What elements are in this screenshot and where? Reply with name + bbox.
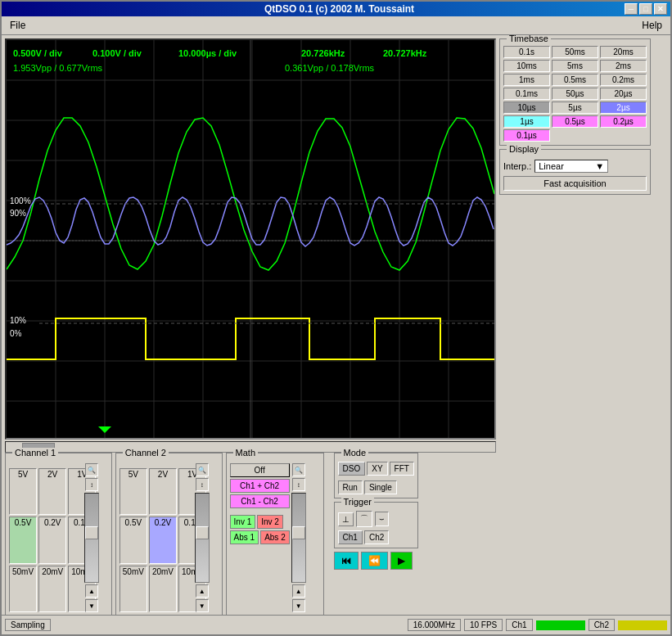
- tb-5us[interactable]: 5µs: [552, 101, 598, 114]
- tb-1ms[interactable]: 1ms: [503, 74, 550, 86]
- ch2-vslider[interactable]: [195, 493, 210, 583]
- ch1-up-icon[interactable]: ↕: [85, 478, 98, 491]
- play-button[interactable]: ▶: [390, 552, 413, 570]
- tb-05us[interactable]: 0.5µs: [552, 115, 598, 128]
- svg-marker-33: [98, 426, 111, 433]
- math-slider-up[interactable]: ▲: [292, 584, 305, 598]
- timebase-group: Timebase 0.1s 50ms 20ms 10ms 5ms 2ms 1ms…: [499, 38, 651, 146]
- interp-select[interactable]: Linear ▼: [534, 160, 608, 173]
- interp-value: Linear: [539, 161, 564, 171]
- svg-text:100%: 100%: [10, 196, 31, 205]
- math-group: Math Off Ch1 + Ch2 Ch1 - Ch2 Inv 1 Inv 2: [226, 453, 324, 615]
- tb-10us[interactable]: 10µs: [503, 101, 550, 114]
- ch1-search-icon[interactable]: 🔍: [85, 463, 98, 476]
- tb-01ms[interactable]: 0.1ms: [503, 88, 550, 100]
- channel2-label: Channel 2: [123, 448, 169, 458]
- ch1-2v-btn[interactable]: 2V: [38, 468, 66, 515]
- fast-acq-button[interactable]: Fast acquisition: [503, 176, 647, 191]
- trigger-ch1-btn[interactable]: Ch1: [338, 530, 363, 544]
- bottom-controls: Channel 1 5V 2V 1V 0.5V 0.2V 0.1V 50mV 2…: [5, 453, 496, 615]
- nav-buttons: ⏮ ⏪ ▶: [334, 552, 418, 570]
- svg-text:0.361Vpp / 0.178Vrms: 0.361Vpp / 0.178Vrms: [285, 63, 375, 73]
- help-menu[interactable]: Help: [637, 18, 667, 33]
- fps-status: 10 FPS: [464, 619, 503, 631]
- interp-dropdown-icon[interactable]: ▼: [595, 161, 604, 171]
- tb-50us[interactable]: 50µs: [552, 88, 598, 100]
- math-slider-dn[interactable]: ▼: [292, 599, 305, 612]
- tb-02us[interactable]: 0.2µs: [600, 115, 647, 128]
- ch2-slider-dn[interactable]: ▼: [196, 599, 209, 612]
- ch2-status: Ch2: [589, 619, 615, 631]
- tb-20ms[interactable]: 20ms: [600, 46, 647, 58]
- ch2-slider-up[interactable]: ▲: [196, 584, 209, 598]
- ch2-5v-btn[interactable]: 5V: [120, 468, 147, 515]
- math-search-icon[interactable]: 🔍: [292, 463, 305, 476]
- tb-50ms[interactable]: 50ms: [552, 46, 598, 58]
- trigger-rise-btn[interactable]: ⌒: [356, 511, 372, 527]
- ch1-slider-up[interactable]: ▲: [85, 584, 98, 598]
- sampling-status: Sampling: [5, 619, 51, 631]
- svg-text:0%: 0%: [10, 329, 22, 338]
- tb-5ms[interactable]: 5ms: [552, 60, 598, 72]
- math-inv2-btn[interactable]: Inv 2: [257, 515, 283, 529]
- ch1-02v-btn[interactable]: 0.2V: [38, 516, 66, 563]
- ch2-2v-btn[interactable]: 2V: [149, 468, 177, 515]
- tb-20us[interactable]: 20µs: [600, 88, 647, 100]
- math-sub-btn[interactable]: Ch1 - Ch2: [230, 494, 290, 508]
- math-abs2-btn[interactable]: Abs 2: [260, 530, 290, 544]
- tb-10ms[interactable]: 10ms: [503, 60, 550, 72]
- close-button[interactable]: ✕: [654, 3, 667, 15]
- math-abs1-btn[interactable]: Abs 1: [230, 530, 259, 544]
- ch2-up-icon[interactable]: ↕: [196, 478, 209, 491]
- minimize-button[interactable]: ─: [625, 3, 638, 15]
- ch2-20mv-btn[interactable]: 20mV: [149, 566, 177, 612]
- ch1-level-bar: [536, 620, 585, 630]
- prev-button[interactable]: ⏪: [361, 552, 388, 570]
- mode-run-btn[interactable]: Run: [338, 480, 363, 494]
- mode-xy-btn[interactable]: XY: [367, 462, 387, 476]
- file-menu[interactable]: File: [5, 18, 30, 33]
- ch2-02v-btn[interactable]: 0.2V: [149, 516, 177, 563]
- tb-1us[interactable]: 1µs: [503, 115, 550, 128]
- math-inv1-btn[interactable]: Inv 1: [230, 515, 256, 529]
- mode-dso-btn[interactable]: DSO: [338, 462, 366, 476]
- tb-2us[interactable]: 2µs: [600, 101, 647, 114]
- ch1-5v-btn[interactable]: 5V: [9, 468, 37, 515]
- rewind-button[interactable]: ⏮: [334, 552, 359, 570]
- maximize-button[interactable]: □: [639, 3, 652, 15]
- tb-05ms[interactable]: 0.5ms: [552, 74, 598, 86]
- tb-01us[interactable]: 0.1µs: [503, 129, 550, 142]
- math-vslider[interactable]: [291, 493, 306, 583]
- ch2-50mv-btn[interactable]: 50mV: [120, 566, 147, 612]
- math-off-btn[interactable]: Off: [230, 463, 290, 477]
- svg-text:10%: 10%: [10, 316, 26, 325]
- ch2-search-icon[interactable]: 🔍: [196, 463, 209, 476]
- timebase-label: Timebase: [507, 35, 551, 43]
- svg-text:1.953Vpp / 0.677Vrms: 1.953Vpp / 0.677Vrms: [13, 63, 103, 73]
- tb-2ms[interactable]: 2ms: [600, 60, 647, 72]
- math-up-icon[interactable]: ↕: [292, 478, 305, 491]
- trigger-label: Trigger: [341, 497, 374, 507]
- mode-fft-btn[interactable]: FFT: [390, 462, 414, 476]
- mode-single-btn[interactable]: Single: [364, 480, 397, 494]
- ch1-50mv-btn[interactable]: 50mV: [9, 566, 37, 612]
- trigger-dc-btn[interactable]: ⊥: [338, 512, 354, 526]
- ch1-20mv-btn[interactable]: 20mV: [38, 566, 66, 612]
- trigger-fall-btn[interactable]: ⌣: [375, 512, 389, 526]
- ch2-05v-btn[interactable]: 0.5V: [120, 516, 147, 563]
- tb-02ms[interactable]: 0.2ms: [600, 74, 647, 86]
- ch1-slider-dn[interactable]: ▼: [85, 599, 98, 612]
- mode-label: Mode: [341, 448, 369, 458]
- ch1-05v-btn[interactable]: 0.5V: [9, 516, 37, 563]
- math-add-btn[interactable]: Ch1 + Ch2: [230, 479, 290, 493]
- ch1-status: Ch1: [506, 619, 532, 631]
- tb-01s[interactable]: 0.1s: [503, 46, 550, 58]
- scope-wrapper: 0.500V / div 0.100V / div 10.000µs / div…: [5, 38, 496, 611]
- ch1-vslider[interactable]: [84, 493, 99, 583]
- svg-text:10.000µs / div: 10.000µs / div: [178, 48, 237, 58]
- menu-bar: File Help: [2, 16, 670, 35]
- channel1-label: Channel 1: [12, 448, 58, 458]
- math-label: Math: [233, 448, 258, 458]
- svg-text:20.726kHz: 20.726kHz: [301, 48, 345, 58]
- trigger-ch2-btn[interactable]: Ch2: [364, 530, 389, 544]
